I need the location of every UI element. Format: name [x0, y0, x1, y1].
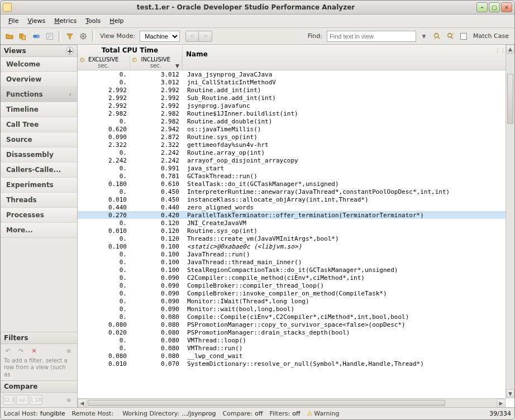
- vscroll-thumb[interactable]: [507, 74, 513, 124]
- table-row[interactable]: 2.9922.992Sub_Routine.add_int(int): [78, 94, 514, 102]
- scroll-down-button[interactable]: ▼: [506, 389, 514, 398]
- settings-button[interactable]: [78, 31, 89, 42]
- maximize-button[interactable]: ▢: [489, 2, 500, 12]
- table-row[interactable]: 0.3.012Java_jsynprog_JavaCJava: [78, 70, 514, 78]
- table-row[interactable]: 0.0.100JavaThread::run(): [78, 250, 514, 258]
- table-row[interactable]: 0.0.090Monitor::wait(bool,long,bool): [78, 305, 514, 313]
- view-item-threads[interactable]: Threads: [1, 193, 77, 208]
- remote-connect-button[interactable]: [31, 31, 42, 42]
- col-inclusive-header[interactable]: ◴ INCLUSIVEsec. ▼: [130, 55, 183, 70]
- view-item-callers-calle-[interactable]: Callers-Calle...: [1, 163, 77, 178]
- compare-menu-button[interactable]: ≡: [64, 395, 74, 405]
- table-row[interactable]: 0.4400.440zero_aligned_words: [78, 203, 514, 211]
- menu-help[interactable]: Help: [106, 16, 127, 26]
- view-item-functions[interactable]: Functions›: [1, 87, 77, 102]
- add-view-button[interactable]: +: [66, 47, 74, 55]
- view-item-experiments[interactable]: Experiments: [1, 178, 77, 193]
- table-row[interactable]: 0.0.781GCTaskThread::run(): [78, 172, 514, 180]
- table-row[interactable]: 0.0800.080PSPromotionManager::copy_to_su…: [78, 321, 514, 328]
- horizontal-scrollbar[interactable]: ◀ ▶: [78, 398, 506, 407]
- warning-indicator[interactable]: ⚠Warning: [307, 410, 339, 417]
- table-row[interactable]: 2.9922.992jsynprog.javafunc: [78, 102, 514, 109]
- table-row[interactable]: 0.0.120JNI_CreateJavaVM: [78, 219, 514, 227]
- find-prev-button[interactable]: [432, 31, 443, 42]
- table-row[interactable]: 0.0100.070SystemDictionary::resolve_or_n…: [78, 360, 514, 367]
- table-row[interactable]: 0.0100.450instanceKlass::allocate_objArr…: [78, 195, 514, 203]
- table-row[interactable]: 0.0.120Threads::create_vm(JavaVMInitArgs…: [78, 235, 514, 242]
- nav-forward-button[interactable]: >: [199, 31, 212, 42]
- table-row[interactable]: 0.0.090CompileBroker::compiler_thread_lo…: [78, 281, 514, 289]
- view-item-overview[interactable]: Overview: [1, 72, 77, 87]
- view-item-timeline[interactable]: Timeline: [1, 102, 77, 117]
- compare-abs-button[interactable]: 12.3: [3, 395, 15, 405]
- filter-button[interactable]: [64, 31, 75, 42]
- menu-metrics[interactable]: Metrics: [51, 16, 80, 26]
- toolbar: View Mode: Machine < > Find: ▼ Match Cas…: [1, 28, 514, 45]
- table-row[interactable]: 0.0.090CompileBroker::invoke_compiler_on…: [78, 289, 514, 297]
- table-row[interactable]: 0.2.242Routine.array_op(int): [78, 149, 514, 156]
- filter-undo-button[interactable]: ↶: [3, 346, 13, 356]
- table-row[interactable]: 0.0902.872Routine.sys_op(int): [78, 133, 514, 141]
- match-case-label: Match Case: [473, 32, 509, 40]
- table-row[interactable]: 2.2422.242arrayof_oop_disjoint_arraycopy: [78, 156, 514, 164]
- table-row[interactable]: 0.3.012jni_CallStaticIntMethodV: [78, 78, 514, 86]
- table-row[interactable]: 0.2700.420ParallelTaskTerminator::offer_…: [78, 211, 514, 219]
- local-host-label: Local Host:: [4, 410, 38, 417]
- find-dropdown-button[interactable]: ▼: [418, 31, 430, 42]
- table-row[interactable]: 0.0.090C2Compiler::compile_method(ciEnv*…: [78, 274, 514, 281]
- export-button[interactable]: [44, 31, 55, 42]
- table-row[interactable]: 0.2.982Routine.add_double(int): [78, 117, 514, 125]
- compare-experiments-button[interactable]: [17, 31, 28, 42]
- table-row[interactable]: 2.3222.322gettimeofday%sun4v-hrt: [78, 141, 514, 149]
- cell-exclusive: 0.080: [78, 321, 130, 328]
- open-experiment-button[interactable]: [4, 31, 15, 42]
- vertical-scrollbar[interactable]: ▲ ▼: [506, 45, 514, 398]
- view-item-call-tree[interactable]: Call Tree: [1, 117, 77, 132]
- menu-views[interactable]: Views: [24, 16, 49, 26]
- table-row[interactable]: 0.0.080VMThread::run(): [78, 344, 514, 352]
- close-button[interactable]: ✕: [501, 2, 512, 12]
- view-item-source[interactable]: Source: [1, 132, 77, 147]
- view-item-welcome[interactable]: Welcome: [1, 57, 77, 72]
- table-row[interactable]: 0.0800.080__lwp_cond_wait: [78, 352, 514, 360]
- table-row[interactable]: 2.9922.992Routine.add_int(int): [78, 86, 514, 94]
- menu-file[interactable]: File: [5, 16, 22, 26]
- view-mode-select[interactable]: Machine: [140, 31, 180, 42]
- scroll-left-button[interactable]: ◀: [78, 399, 87, 407]
- cell-inclusive: 0.090: [130, 282, 183, 289]
- cpu-time-group-header: Total CPU Time: [78, 45, 182, 55]
- table-row[interactable]: 0.0.450InterpreterRuntime::anewarray(Jav…: [78, 188, 514, 195]
- col-exclusive-header[interactable]: ◴ EXCLUSIVEsec.: [78, 55, 130, 70]
- table-row[interactable]: 0.0.991java_start: [78, 164, 514, 172]
- table-row[interactable]: 0.1800.610StealTask::do_it(GCTaskManager…: [78, 180, 514, 188]
- col-name-header[interactable]: Name: [183, 45, 514, 70]
- table-row[interactable]: 0.1000.100<static>@0xabae0c (<libjvm.so>…: [78, 242, 514, 250]
- find-next-button[interactable]: [445, 31, 456, 42]
- scroll-up-button[interactable]: ▲: [506, 45, 514, 54]
- table-row[interactable]: 0.0.090Monitor::IWait(Thread*,long long): [78, 297, 514, 305]
- table-row[interactable]: 0.6202.942os::javaTimeMillis(): [78, 125, 514, 133]
- table-row[interactable]: 0.0.100StealRegionCompactionTask::do_it(…: [78, 266, 514, 274]
- menu-tools[interactable]: Tools: [82, 16, 104, 26]
- table-row[interactable]: 0.0200.080PSPromotionManager::drain_stac…: [78, 328, 514, 336]
- scroll-right-button[interactable]: ▶: [497, 399, 506, 407]
- match-case-checkbox[interactable]: [460, 33, 467, 40]
- hscroll-thumb[interactable]: [88, 400, 445, 406]
- view-item-processes[interactable]: Processes: [1, 208, 77, 223]
- find-input[interactable]: [327, 31, 416, 42]
- cell-function-name: VMThread::loop(): [183, 337, 514, 344]
- minimize-button[interactable]: –: [476, 2, 488, 12]
- filter-redo-button[interactable]: ↷: [16, 346, 26, 356]
- table-row[interactable]: 0.0.080Compile::Compile(ciEnv*,C2Compile…: [78, 313, 514, 321]
- view-item-disassembly[interactable]: Disassembly: [1, 147, 77, 163]
- compare-delta-button[interactable]: +/-: [16, 395, 28, 405]
- table-row[interactable]: 2.9822.982Routine$1JInner.buildlist(int): [78, 109, 514, 117]
- compare-ratio-button[interactable]: 1.1X: [30, 395, 42, 405]
- view-item-more-[interactable]: More...: [1, 223, 77, 238]
- filter-menu-button[interactable]: ≡: [64, 346, 74, 356]
- filter-remove-button[interactable]: ✕: [29, 346, 39, 356]
- nav-back-button[interactable]: <: [185, 31, 199, 42]
- table-row[interactable]: 0.0100.120Routine.sys_op(int): [78, 227, 514, 235]
- table-row[interactable]: 0.0.100JavaThread::thread_main_inner(): [78, 258, 514, 266]
- table-row[interactable]: 0.0.080VMThread::loop(): [78, 336, 514, 344]
